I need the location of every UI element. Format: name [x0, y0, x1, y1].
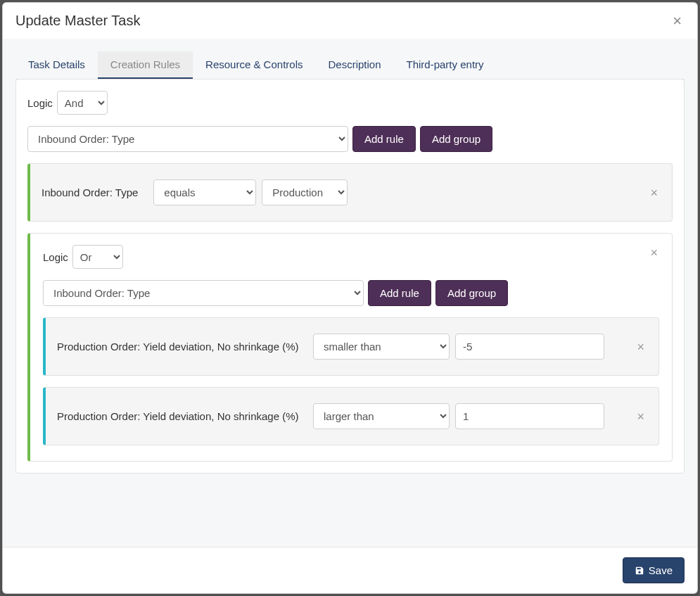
rule-operator-select[interactable]: larger than	[313, 403, 450, 429]
nested-group: × Logic Or Inbound Order: Type Add rule	[27, 233, 673, 462]
group-logic-label: Logic	[43, 251, 68, 263]
group-add-group-button[interactable]: Add group	[435, 280, 508, 306]
update-master-task-modal: Update Master Task × Task Details Creati…	[2, 2, 698, 594]
tab-creation-rules[interactable]: Creation Rules	[98, 51, 193, 79]
rule-value-input[interactable]	[455, 334, 604, 360]
modal-body: Task Details Creation Rules Resource & C…	[3, 39, 697, 547]
group-remove-button[interactable]: ×	[647, 243, 661, 262]
creation-rules-panel: Logic And Inbound Order: Type Add rule A…	[15, 79, 685, 474]
rule-remove-button[interactable]: ×	[634, 407, 647, 426]
rule-field-label: Production Order: Yield deviation, No sh…	[57, 410, 303, 422]
save-button[interactable]: Save	[623, 557, 685, 583]
save-icon	[635, 566, 644, 576]
tab-task-details[interactable]: Task Details	[15, 51, 98, 79]
group-field-row: Inbound Order: Type Add rule Add group	[43, 280, 659, 306]
rule-operator-select[interactable]: equals	[153, 179, 256, 205]
rule-yield-smaller: Production Order: Yield deviation, No sh…	[43, 317, 659, 376]
tab-third-party[interactable]: Third-party entry	[394, 51, 497, 79]
save-button-label: Save	[649, 564, 673, 576]
outer-logic-row: Logic And	[27, 91, 673, 115]
rule-yield-larger: Production Order: Yield deviation, No sh…	[43, 387, 659, 445]
modal-header: Update Master Task ×	[3, 3, 697, 39]
group-add-rule-button[interactable]: Add rule	[368, 280, 431, 306]
outer-logic-label: Logic	[27, 97, 53, 109]
modal-close-button[interactable]: ×	[670, 13, 685, 29]
tab-resource-controls[interactable]: Resource & Controls	[193, 51, 315, 79]
rule-inbound-order-type: Inbound Order: Type equals Production ×	[27, 163, 673, 222]
rule-operator-select[interactable]: smaller than	[313, 334, 450, 360]
outer-logic-select[interactable]: And	[57, 91, 108, 115]
rule-field-label: Inbound Order: Type	[42, 186, 138, 198]
rule-remove-button[interactable]: ×	[634, 338, 647, 356]
outer-add-rule-button[interactable]: Add rule	[352, 126, 416, 152]
modal-title: Update Master Task	[15, 13, 141, 29]
rule-remove-button[interactable]: ×	[647, 184, 661, 202]
rule-value-select[interactable]: Production	[262, 179, 348, 205]
outer-field-select[interactable]: Inbound Order: Type	[27, 126, 348, 152]
group-logic-row: Logic Or	[43, 245, 659, 269]
tab-description[interactable]: Description	[315, 51, 393, 79]
outer-field-row: Inbound Order: Type Add rule Add group	[27, 126, 673, 152]
rule-field-label: Production Order: Yield deviation, No sh…	[57, 341, 303, 353]
group-logic-select[interactable]: Or	[72, 245, 123, 269]
outer-add-group-button[interactable]: Add group	[420, 126, 492, 152]
rule-value-input[interactable]	[455, 403, 604, 429]
modal-footer: Save	[3, 547, 697, 593]
group-field-select[interactable]: Inbound Order: Type	[43, 280, 364, 306]
tab-bar: Task Details Creation Rules Resource & C…	[15, 51, 685, 80]
